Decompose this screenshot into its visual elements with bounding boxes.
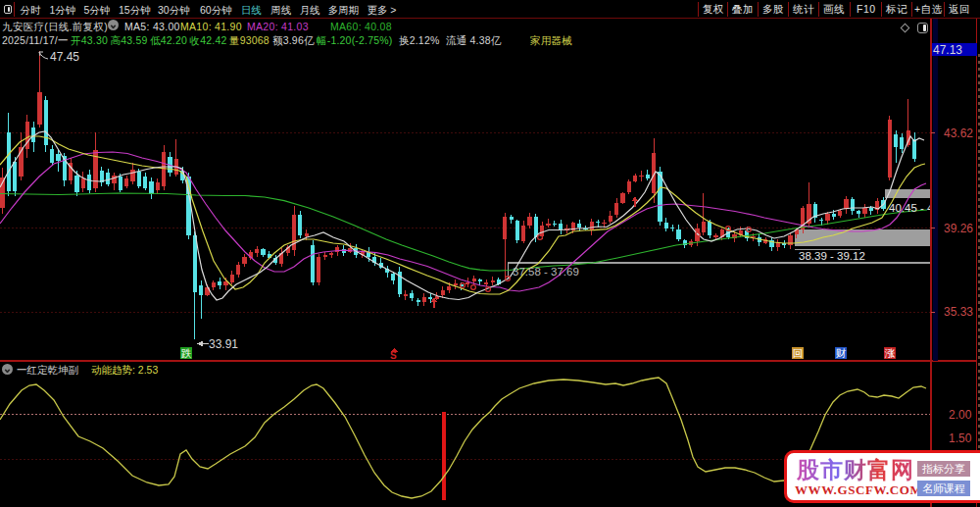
- svg-text:33.91: 33.91: [209, 337, 238, 351]
- svg-text:38.39 - 39.12: 38.39 - 39.12: [799, 250, 865, 262]
- svg-text:43.62: 43.62: [944, 127, 973, 140]
- svg-text:S: S: [390, 350, 397, 361]
- svg-text:40.45 - 40.85: 40.45 - 40.85: [889, 202, 956, 214]
- svg-text:47.45: 47.45: [50, 50, 79, 64]
- svg-text:涨: 涨: [885, 347, 896, 359]
- svg-text:35.33: 35.33: [944, 305, 973, 319]
- svg-text:47.13: 47.13: [933, 43, 962, 57]
- svg-text:回: 回: [793, 347, 804, 359]
- svg-text:37.58 - 37.69: 37.58 - 37.69: [513, 266, 579, 278]
- svg-text:财: 财: [836, 347, 847, 359]
- svg-text:2.00: 2.00: [949, 408, 972, 422]
- svg-text:跌: 跌: [181, 347, 192, 359]
- svg-text:39.26: 39.26: [944, 222, 973, 235]
- svg-text:1.50: 1.50: [949, 431, 972, 445]
